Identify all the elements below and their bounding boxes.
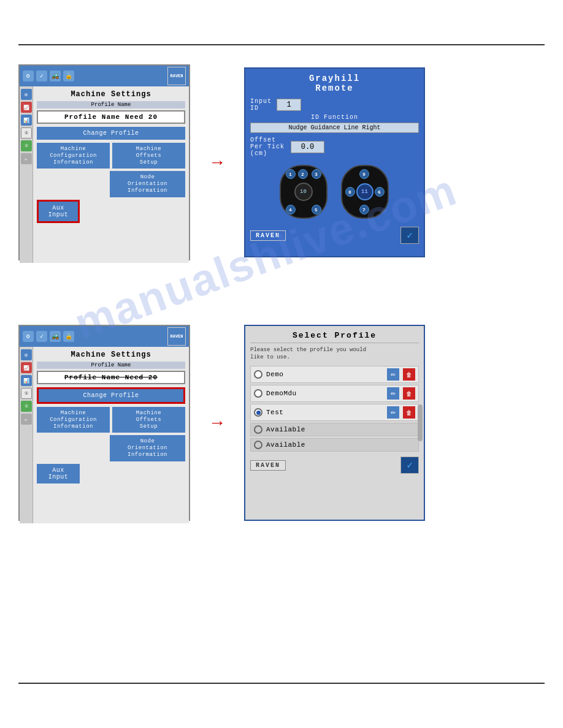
top-rule [18, 44, 545, 45]
gh-btn-2[interactable]: 2 [298, 169, 308, 179]
gh-btn-1[interactable]: 1 [286, 169, 296, 179]
sp-name-demomdu: DemoMdu [266, 390, 383, 397]
mp1-gear-icon: ⚙ [23, 70, 34, 82]
mp2-gear-icon: ⚙ [23, 331, 34, 342]
mp2-sidebar-btn2[interactable]: 📈 [21, 362, 32, 373]
sp-edit-demo[interactable]: ✏ [387, 368, 399, 381]
gh-btn-8[interactable]: 8 [345, 187, 355, 197]
mp2-change-btn[interactable]: Change Profile [37, 387, 185, 404]
sp-name-test: Test [266, 409, 383, 416]
sp-radio-demomdu[interactable] [254, 389, 262, 398]
bottom-rule [18, 683, 545, 684]
sp-name-avail1: Available [266, 426, 415, 433]
gh-title: GrayhillRemote [250, 74, 419, 93]
gh-left-pad: 1 2 3 10 4 5 [277, 162, 332, 223]
mp2-icons: ⚙ ✓ 🚜 🔒 [23, 331, 74, 342]
section1: ⚙ ✓ 🚜 🔒 RAVEN ⚙ 📈 📊 ① ② ✏ Machine Settin… [18, 58, 545, 267]
sp-radio-avail2[interactable] [254, 441, 262, 449]
mp2-tractor-icon: 🚜 [50, 331, 61, 342]
mp2-sidebar-btn4[interactable]: ① [21, 388, 32, 399]
sp-footer: RAVEN ✓ [250, 457, 419, 474]
mp1-heading: Machine Settings [37, 90, 185, 99]
mp1-sidebar-btn3[interactable]: 📊 [21, 115, 32, 126]
mp2-check-icon: ✓ [36, 331, 47, 342]
sp-del-demomdu[interactable]: 🗑 [403, 387, 415, 400]
mp1-profile-label: Profile Name [37, 101, 185, 108]
mp2-machine-config-btn[interactable]: MachineConfigurationInformation [37, 407, 110, 433]
gh-offset-input[interactable]: 0.0 [291, 141, 324, 153]
gh-btn-4[interactable]: 4 [286, 205, 296, 214]
sp-radio-demo[interactable] [254, 370, 262, 379]
mp2-sidebar-btn3[interactable]: 📊 [21, 375, 32, 386]
gh-raven-logo: RAVEN [250, 230, 286, 241]
gh-btn-7[interactable]: 7 [359, 205, 369, 214]
mp2-machine-offsets-btn[interactable]: MachineOffsetsSetup [112, 407, 185, 433]
gh-check-button[interactable]: ✓ [400, 227, 419, 244]
mp1-tractor-icon: 🚜 [50, 70, 61, 82]
mp1-btn-row1: MachineConfigurationInformation MachineO… [37, 143, 185, 169]
section2-arrow: → [209, 413, 226, 433]
gh-btn-9[interactable]: 9 [359, 169, 369, 179]
mp1-aux-btn[interactable]: AuxInput [37, 200, 80, 223]
grayhill-panel: GrayhillRemote InputID 1 ID Function Nud… [244, 67, 425, 257]
sp-scrollbar[interactable] [418, 404, 423, 441]
gh-offset-label: OffsetPer Tick(cm) [250, 137, 285, 157]
mp1-icons: ⚙ ✓ 🚜 🔒 [23, 70, 74, 82]
gh-controller: 1 2 3 10 4 5 9 [250, 162, 419, 223]
mp1-lock-icon: 🔒 [63, 70, 74, 82]
mp1-machine-offsets-btn[interactable]: MachineOffsetsSetup [112, 143, 185, 169]
gh-left-body: 1 2 3 10 4 5 [280, 165, 327, 219]
select-profile-panel: Select Profile Please select the profile… [244, 325, 425, 521]
mp2-profile-label: Profile Name [37, 362, 185, 369]
mp1-sidebar-btn4[interactable]: ① [21, 127, 32, 138]
mp2-node-orientation-btn[interactable]: NodeOrientationInformation [110, 435, 185, 461]
gh-input-id-value[interactable]: 1 [277, 99, 301, 111]
mp1-sidebar-btn5[interactable]: ② [21, 140, 32, 151]
sp-item-avail2: Available [250, 438, 419, 452]
mp2-lock-icon: 🔒 [63, 331, 74, 342]
mp1-machine-config-btn[interactable]: MachineConfigurationInformation [37, 143, 110, 169]
mp2-sidebar-btn5[interactable]: ② [21, 401, 32, 412]
sp-item-demomdu: DemoMdu ✏ 🗑 [250, 385, 419, 402]
mp2-sidebar-btn1[interactable]: ⚙ [21, 349, 32, 360]
mp2-aux-btn[interactable]: AuxInput [37, 464, 80, 483]
gh-id-row: InputID 1 [250, 98, 419, 112]
mp1-btn-row2: NodeOrientationInformation [37, 171, 185, 197]
sp-item-avail1: Available [250, 423, 419, 436]
gh-btn-10[interactable]: 10 [294, 183, 313, 201]
mp1-bottom-row: AuxInput [37, 200, 185, 223]
sp-subtitle: Please select the profile you wouldlike … [250, 347, 419, 361]
mp1-titlebar: ⚙ ✓ 🚜 🔒 RAVEN [20, 66, 189, 86]
mp1-sidebar-btn6[interactable]: ✏ [21, 153, 32, 164]
gh-btn-3[interactable]: 3 [312, 169, 321, 179]
gh-footer: RAVEN ✓ [250, 227, 419, 244]
sp-edit-test[interactable]: ✏ [387, 406, 399, 419]
mp1-sidebar-btn2[interactable]: 📈 [21, 102, 32, 113]
sp-check-button[interactable]: ✓ [400, 457, 419, 474]
gh-btn-5[interactable]: 5 [312, 205, 321, 214]
mp1-content: Machine Settings Profile Name Profile Na… [33, 86, 189, 263]
sp-name-avail2: Available [266, 441, 415, 449]
section2: ⚙ ✓ 🚜 🔒 RAVEN ⚙ 📈 📊 ① ② ✏ Machine Settin… [18, 319, 545, 527]
sp-del-demo[interactable]: 🗑 [403, 368, 415, 381]
mp2-content: Machine Settings Profile Name Profile Na… [33, 347, 189, 523]
mp1-sidebar-btn1[interactable]: ⚙ [21, 89, 32, 100]
mp1-node-orientation-btn[interactable]: NodeOrientationInformation [110, 171, 185, 197]
mp2-sidebar-btn6[interactable]: ✏ [21, 414, 32, 425]
sp-radio-avail1[interactable] [254, 425, 262, 434]
gh-input-id-label: InputID [250, 98, 272, 112]
gh-btn-11[interactable]: 11 [356, 183, 373, 200]
section1-arrow: → [209, 153, 226, 172]
mp1-check-icon: ✓ [36, 70, 47, 82]
sp-name-demo: Demo [266, 371, 383, 378]
mp1-sidebar: ⚙ 📈 📊 ① ② ✏ [20, 86, 33, 263]
sp-edit-demomdu[interactable]: ✏ [387, 387, 399, 400]
sp-radio-test[interactable] [254, 408, 262, 417]
sp-item-demo: Demo ✏ 🗑 [250, 366, 419, 383]
gh-btn-6[interactable]: 6 [375, 187, 385, 197]
mp1-change-btn[interactable]: Change Profile [37, 127, 185, 140]
machine-settings-panel-1: ⚙ ✓ 🚜 🔒 RAVEN ⚙ 📈 📊 ① ② ✏ Machine Settin… [18, 64, 190, 260]
mp2-profile-value: Profile Name Need 20 [37, 371, 185, 384]
sp-del-test[interactable]: 🗑 [403, 406, 415, 419]
gh-func-input[interactable]: Nudge Guidance Line Right [250, 123, 419, 133]
